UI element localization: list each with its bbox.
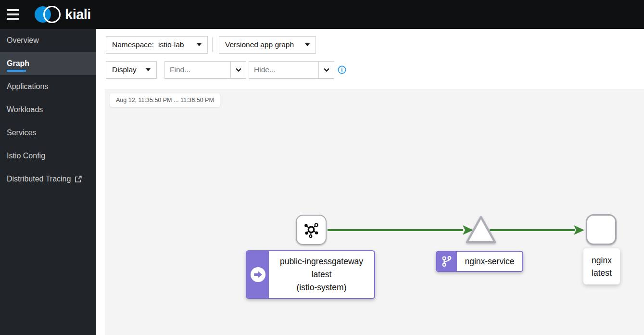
masthead: kiali: [0, 0, 644, 29]
caret-down-icon: [197, 43, 202, 46]
root-traffic-badge: [247, 251, 269, 298]
sidebar-item-label: Applications: [7, 82, 48, 91]
find-hide-help-button[interactable]: [338, 65, 346, 74]
caret-down-icon: [305, 43, 310, 46]
label-public-ingressgateway[interactable]: public-ingressgateway latest (istio-syst…: [246, 250, 375, 299]
info-icon: [338, 65, 346, 74]
node-public-ingressgateway[interactable]: [296, 215, 327, 245]
node-nginx[interactable]: [586, 214, 617, 245]
mesh-gateway-icon: [303, 221, 320, 239]
sidebar-item-distributed-tracing[interactable]: Distributed Tracing: [0, 168, 96, 191]
app-name: nginx: [592, 254, 612, 267]
arrow-circle-right-icon: [251, 267, 265, 282]
sidebar-item-graph[interactable]: Graph: [0, 52, 96, 75]
node-label-text: public-ingressgateway latest (istio-syst…: [269, 251, 374, 298]
graph-type-dropdown[interactable]: Versioned app graph: [219, 36, 316, 53]
sidebar-item-applications[interactable]: Applications: [0, 75, 96, 98]
caret-down-icon: [146, 68, 151, 71]
code-branch-icon: [441, 256, 453, 267]
display-dropdown[interactable]: Display: [106, 61, 157, 78]
app-name: public-ingressgateway: [280, 255, 363, 268]
sidebar-item-label: Istio Config: [7, 152, 45, 160]
label-nginx-service[interactable]: nginx-service: [436, 251, 523, 272]
edge-arrowhead-icon: [574, 225, 584, 235]
node-label-text: nginx-service: [457, 252, 522, 271]
service-name: nginx-service: [465, 255, 514, 268]
app-namespace: (istio-system): [296, 281, 346, 294]
namespace-value: istio-lab: [158, 40, 184, 49]
graph-canvas[interactable]: Aug 12, 11:35:50 PM ... 11:36:50 PM: [105, 89, 644, 335]
hide-input-group: [249, 61, 334, 78]
find-input-group: [164, 61, 246, 78]
namespace-label: Namespace:: [112, 40, 154, 49]
sidebar-item-overview[interactable]: Overview: [0, 29, 96, 52]
virtual-service-badge: [437, 252, 457, 271]
graph-time-range-badge: Aug 12, 11:35:50 PM ... 11:36:50 PM: [110, 93, 220, 107]
namespace-dropdown[interactable]: Namespace: istio-lab: [106, 36, 208, 53]
nav-toggle-hamburger-icon[interactable]: [7, 9, 19, 20]
external-link-icon: [75, 176, 82, 183]
chevron-down-icon: [236, 68, 241, 72]
sidebar-item-label: Workloads: [7, 105, 43, 114]
hide-input[interactable]: [249, 62, 318, 78]
active-indicator: [7, 70, 26, 72]
find-options-toggle[interactable]: [230, 62, 246, 78]
hide-options-toggle[interactable]: [318, 62, 334, 78]
sidebar-item-label: Overview: [7, 36, 39, 45]
label-nginx[interactable]: nginx latest: [583, 248, 620, 284]
node-nginx-service[interactable]: [464, 213, 498, 249]
app-version: latest: [312, 268, 332, 281]
sidebar-item-label: Distributed Tracing: [7, 175, 71, 183]
sidebar-item-label: Services: [7, 129, 36, 137]
service-triangle-icon: [464, 213, 498, 247]
app-version: latest: [592, 267, 612, 279]
toolbar-divider: [212, 38, 213, 52]
graph-type-value: Versioned app graph: [225, 40, 294, 49]
find-input[interactable]: [165, 62, 230, 78]
display-label: Display: [112, 65, 137, 74]
kiali-brand[interactable]: kiali: [35, 5, 91, 24]
kiali-app: kiali Overview Graph Applications Worklo…: [0, 0, 644, 335]
sidebar-item-istio-config[interactable]: Istio Config: [0, 144, 96, 168]
graph-edges: [105, 89, 644, 335]
sidebar-nav: Overview Graph Applications Workloads Se…: [0, 29, 96, 335]
chevron-down-icon: [324, 68, 329, 72]
kiali-logo-icon: [35, 5, 62, 24]
sidebar-item-label: Graph: [7, 59, 29, 68]
brand-title: kiali: [65, 7, 91, 23]
sidebar-item-services[interactable]: Services: [0, 121, 96, 144]
sidebar-item-workloads[interactable]: Workloads: [0, 98, 96, 121]
